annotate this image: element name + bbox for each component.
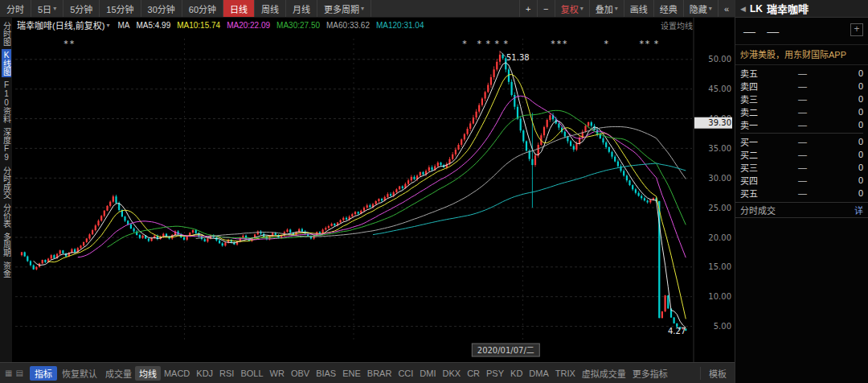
ma-legend-MA30: MA30:27.50 bbox=[276, 21, 320, 30]
tool-叠加[interactable]: 叠加▾ bbox=[589, 0, 624, 17]
sidebar-item-分价表[interactable]: 分价表 bbox=[2, 202, 11, 229]
period-label: 60分钟 bbox=[189, 2, 216, 15]
buy-row: 买一—0 bbox=[735, 135, 868, 148]
tool-隐藏[interactable]: 隐藏▾ bbox=[683, 0, 718, 17]
tool-label: 经典 bbox=[660, 2, 678, 15]
indicator-toolbar: ▦ ▤ 指标 恢复默认 成交量均线MACDKDJRSIBOLLWROBVBIAS… bbox=[0, 362, 735, 383]
ob-level-volume: 0 bbox=[839, 188, 863, 198]
ob-level-price: — bbox=[766, 137, 839, 146]
period-更多周期[interactable]: 更多周期▾ bbox=[317, 0, 371, 17]
symbol-period-dropdown[interactable]: 瑞幸咖啡(日线,前复权) ▾ bbox=[17, 19, 109, 31]
layout-rows-icon[interactable]: ▤ bbox=[15, 369, 23, 377]
ma-legend-MA120: MA120:31.04 bbox=[376, 21, 424, 30]
period-30分钟[interactable]: 30分钟 bbox=[141, 0, 182, 17]
tick-detail-link[interactable]: 详 bbox=[854, 204, 863, 216]
indicator-RSI[interactable]: RSI bbox=[216, 369, 237, 378]
indicator-KDJ[interactable]: KDJ bbox=[193, 369, 216, 378]
ob-level-price: — bbox=[766, 175, 839, 185]
svg-text:*: * bbox=[504, 39, 509, 49]
chevron-down-icon: ▾ bbox=[361, 5, 364, 12]
tool-画线[interactable]: 画线 bbox=[624, 0, 653, 17]
period-60分钟[interactable]: 60分钟 bbox=[182, 0, 223, 17]
indicator-PSY[interactable]: PSY bbox=[483, 369, 507, 378]
zoom-out-button[interactable]: − bbox=[537, 0, 555, 17]
quote-panel: ◀ LK 瑞幸咖啡 — — + 炒港美股，用东财国际APP 卖五—0卖四—0卖三… bbox=[735, 0, 868, 383]
indicator-均线[interactable]: 均线 bbox=[135, 366, 161, 381]
ma-legend-MA60: MA60:33.62 bbox=[326, 21, 370, 30]
ob-level-volume: 0 bbox=[839, 107, 863, 117]
svg-text:*: * bbox=[63, 39, 68, 49]
ob-level-label: 卖二 bbox=[740, 105, 766, 118]
indicator-KD[interactable]: KD bbox=[507, 369, 526, 378]
period-toolbar: 分时5日▾5分钟15分钟30分钟60分钟日线周线月线更多周期▾ +−复权▾叠加▾… bbox=[0, 0, 735, 18]
add-to-watchlist-button[interactable]: + bbox=[850, 23, 863, 36]
indicator-DMA[interactable]: DMA bbox=[526, 369, 551, 378]
left-sidebar: 分时图K线图F10资料深度F9分时成交分价表多周期资金 bbox=[0, 18, 12, 362]
indicator-DMI[interactable]: DMI bbox=[416, 369, 439, 378]
period-5日[interactable]: 5日▾ bbox=[31, 0, 63, 17]
indicator-tab[interactable]: 指标 bbox=[30, 366, 57, 381]
indicator-BRAR[interactable]: BRAR bbox=[364, 369, 395, 378]
ob-level-label: 买二 bbox=[740, 148, 766, 161]
indicator-BOLL[interactable]: BOLL bbox=[237, 369, 266, 378]
stock-name: 瑞幸咖啡 bbox=[767, 1, 809, 16]
chart-region: 分时图K线图F10资料深度F9分时成交分价表多周期资金 瑞幸咖啡(日线,前复权)… bbox=[0, 18, 735, 362]
indicator-BIAS[interactable]: BIAS bbox=[313, 369, 339, 378]
sidebar-item-分时成交[interactable]: 分时成交 bbox=[2, 165, 11, 200]
indicator-ENE[interactable]: ENE bbox=[339, 369, 364, 378]
candlestick-chart-canvas[interactable]: 50.0045.0040.0035.0030.0025.0020.0015.00… bbox=[12, 18, 735, 362]
tool-label: 隐藏 bbox=[690, 2, 707, 15]
indicator-DKX[interactable]: DKX bbox=[440, 369, 465, 378]
tick-trade-empty-area bbox=[735, 218, 868, 383]
indicator-list: 成交量均线MACDKDJRSIBOLLWROBVBIASENEBRARCCIDM… bbox=[102, 366, 671, 381]
period-日线[interactable]: 日线 bbox=[223, 0, 255, 17]
sidebar-item-多周期[interactable]: 多周期 bbox=[2, 231, 11, 258]
sidebar-item-F10资料[interactable]: F10资料 bbox=[2, 79, 11, 125]
indicator-CR[interactable]: CR bbox=[464, 369, 483, 378]
period-label: 5分钟 bbox=[70, 2, 92, 15]
indicator-MACD[interactable]: MACD bbox=[161, 369, 193, 378]
reset-default-button[interactable]: 恢复默认 bbox=[62, 367, 97, 380]
ob-level-price: — bbox=[766, 68, 839, 78]
period-5分钟[interactable]: 5分钟 bbox=[63, 0, 100, 17]
back-icon[interactable]: ◀ bbox=[740, 5, 746, 13]
period-月线[interactable]: 月线 bbox=[286, 0, 317, 17]
zoom-in-button[interactable]: + bbox=[519, 0, 537, 17]
tool-复权[interactable]: 复权▾ bbox=[555, 0, 589, 17]
promo-link[interactable]: 炒港美股，用东财国际APP bbox=[735, 45, 868, 65]
sidebar-item-深度F9[interactable]: 深度F9 bbox=[2, 126, 11, 163]
sidebar-item-分时图[interactable]: 分时图 bbox=[2, 20, 11, 47]
sell-row: 卖五—0 bbox=[735, 67, 868, 80]
indicator-TRIX[interactable]: TRIX bbox=[552, 369, 579, 378]
tool-label: 画线 bbox=[630, 2, 648, 15]
tool-经典[interactable]: 经典 bbox=[653, 0, 683, 17]
ma-legend-group: MA5:4.99MA10:15.74MA20:22.09MA30:27.50MA… bbox=[129, 21, 424, 30]
period-周线[interactable]: 周线 bbox=[255, 0, 286, 17]
layout-grid-icon[interactable]: ▦ bbox=[5, 369, 12, 377]
sidebar-item-资金[interactable]: 资金 bbox=[2, 260, 11, 279]
period-分时[interactable]: 分时 bbox=[0, 0, 31, 17]
ma-legend-MA20: MA20:22.09 bbox=[227, 21, 270, 30]
ob-level-label: 卖五 bbox=[740, 67, 766, 80]
sell-row: 卖一—0 bbox=[735, 118, 868, 131]
ob-level-label: 买一 bbox=[740, 135, 766, 148]
order-book: 卖五—0卖四—0卖三—0卖二—0卖一—0 买一—0买二—0买三—0买四—0买五—… bbox=[735, 65, 868, 200]
indicator-WR[interactable]: WR bbox=[267, 369, 288, 378]
indicator-成交量[interactable]: 成交量 bbox=[102, 367, 135, 380]
chevron-down-icon: ▾ bbox=[615, 5, 618, 12]
indicator-OBV[interactable]: OBV bbox=[288, 369, 313, 378]
ob-level-price: — bbox=[766, 81, 839, 91]
ob-level-label: 卖三 bbox=[740, 93, 766, 105]
period-15分钟[interactable]: 15分钟 bbox=[100, 0, 141, 17]
buy-row: 买五—0 bbox=[735, 187, 868, 200]
template-button[interactable]: 模板 bbox=[700, 367, 730, 380]
indicator-虚拟成交量[interactable]: 虚拟成交量 bbox=[579, 367, 629, 380]
indicator-CCI[interactable]: CCI bbox=[395, 369, 416, 378]
indicator-更多指标[interactable]: 更多指标 bbox=[629, 367, 671, 380]
chart-title: 瑞幸咖啡(日线,前复权) bbox=[17, 19, 104, 31]
collapse-panel-icon[interactable]: « bbox=[718, 0, 735, 17]
svg-text:*: * bbox=[604, 39, 608, 49]
ob-level-label: 买三 bbox=[740, 161, 766, 174]
sidebar-item-K线图[interactable]: K线图 bbox=[2, 49, 11, 77]
chevron-down-icon: ▾ bbox=[709, 5, 712, 12]
